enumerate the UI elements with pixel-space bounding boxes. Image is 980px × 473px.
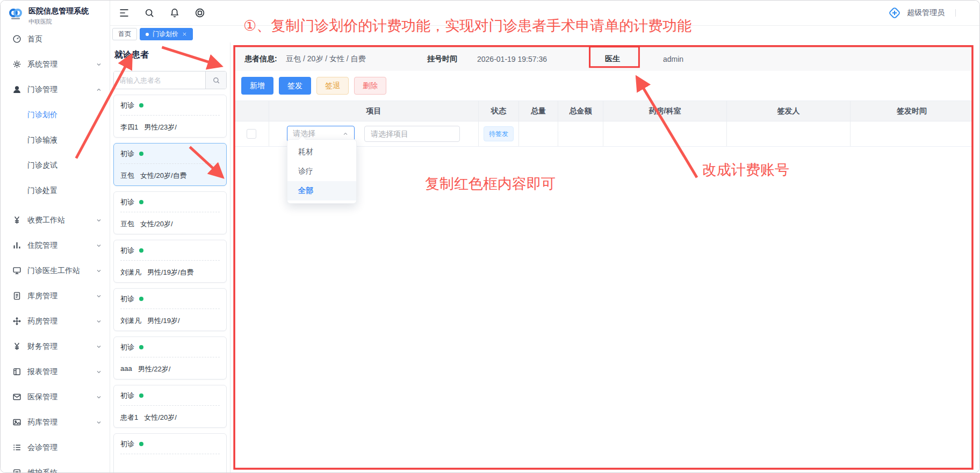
- sidebar-item-home[interactable]: 首页: [1, 26, 110, 52]
- topbar: 超级管理员: [110, 1, 979, 26]
- patient-info: 女性/20岁/: [140, 219, 173, 229]
- doctor-value: admin: [663, 55, 683, 63]
- cell-total: [519, 121, 558, 146]
- sidebar-item-finance-mgmt[interactable]: 财务管理: [1, 334, 110, 359]
- close-tab-icon[interactable]: [182, 32, 187, 37]
- chevron-down-icon: [96, 217, 102, 224]
- active-dot-icon: [146, 33, 149, 36]
- sidebar-item-maintenance[interactable]: 维护系统: [1, 460, 110, 473]
- sidebar-item-inpatient-mgmt[interactable]: 住院管理: [1, 233, 110, 258]
- sidebar-item-outpatient-doctor-station[interactable]: 门诊医生工作站: [1, 258, 110, 283]
- picture-icon: [12, 418, 21, 427]
- patient-name: 李四1: [120, 123, 138, 132]
- chevron-down-icon: [96, 268, 102, 274]
- patient-info: 女性/20岁/自费: [140, 171, 187, 181]
- status-badge: 待签发: [484, 126, 514, 141]
- yen-icon: [12, 342, 21, 351]
- sidebar-item-insurance-mgmt[interactable]: 医保管理: [1, 384, 110, 410]
- sidebar-item-charging-station[interactable]: 收费工作站: [1, 207, 110, 233]
- chevron-down-icon: [96, 419, 102, 426]
- app-logo: 医院信息管理系统 中联医院: [1, 1, 110, 26]
- dropdown-option-consumables[interactable]: 耗材: [287, 142, 356, 162]
- tab-outpatient-pricing[interactable]: 门诊划价: [140, 28, 193, 40]
- patient-card-selected[interactable]: 初诊 豆包女性/20岁/自费: [113, 143, 227, 186]
- logo-infinity-icon: [8, 6, 23, 22]
- chevron-down-icon: [96, 394, 102, 400]
- document-icon: [12, 291, 21, 300]
- sidebar-item-pharmacy-mgmt[interactable]: 药房管理: [1, 309, 110, 334]
- issue-button[interactable]: 签发: [279, 77, 311, 95]
- patient-card[interactable]: 初诊 李四1男性/23岁/: [113, 95, 227, 138]
- column-issuer: 签发人: [727, 101, 851, 121]
- envelope-icon: [12, 392, 21, 402]
- column-item: 项目: [269, 101, 479, 121]
- sidebar-item-outpatient-disposal[interactable]: 门诊处置: [1, 178, 110, 203]
- cell-issuer: [727, 121, 851, 146]
- registration-time-label: 挂号时间: [427, 54, 457, 64]
- registration-time-value: 2026-01-19 19:57:36: [477, 55, 547, 63]
- patient-name: 豆包: [120, 219, 134, 229]
- patient-search-button[interactable]: [205, 71, 226, 89]
- sidebar-item-outpatient-infusion[interactable]: 门诊输液: [1, 127, 110, 153]
- patient-name: aaa: [120, 364, 132, 374]
- dashboard-icon: [12, 34, 21, 44]
- chevron-down-icon: [96, 343, 102, 350]
- item-type-dropdown: 耗材 诊疗 全部: [287, 139, 357, 204]
- gear-icon: [12, 60, 21, 69]
- sidebar-item-report-mgmt[interactable]: 报表管理: [1, 359, 110, 384]
- patient-card[interactable]: 初诊 刘潇凡男性/19岁/: [113, 288, 227, 331]
- status-dot-icon: [139, 442, 143, 446]
- collapse-sidebar-icon[interactable]: [119, 8, 129, 18]
- search-icon[interactable]: [144, 8, 155, 18]
- chevron-down-icon: [96, 293, 102, 299]
- status-dot-icon: [139, 248, 143, 253]
- patient-card[interactable]: 初诊 刘潇凡男性/19岁/自费: [113, 240, 227, 283]
- patient-search-input[interactable]: [114, 71, 205, 89]
- sidebar: 医院信息管理系统 中联医院 首页 系统管理 门诊管理 门诊划价 门诊输液: [1, 1, 110, 472]
- revoke-button[interactable]: 签退: [316, 77, 349, 95]
- list-icon: [12, 443, 21, 452]
- row-checkbox[interactable]: [247, 129, 256, 139]
- patient-name: 刘潇凡: [120, 316, 141, 326]
- patient-card[interactable]: 初诊 患者1女性/20岁/: [113, 385, 227, 428]
- patient-card[interactable]: 初诊: [113, 433, 227, 472]
- patient-card[interactable]: 初诊 豆包女性/20岁/: [113, 191, 227, 234]
- doctor-label: 医生: [605, 54, 620, 64]
- status-dot-icon: [139, 297, 143, 301]
- user-role-label[interactable]: 超级管理员: [907, 8, 945, 18]
- outpatient-submenu: 门诊划价 门诊输液 门诊皮试 门诊处置: [1, 102, 110, 203]
- patient-info-bar: 患者信息: 豆包 / 20岁 / 女性 / 自费 挂号时间 2026-01-19…: [234, 47, 973, 71]
- main-content: 患者信息: 豆包 / 20岁 / 女性 / 自费 挂号时间 2026-01-19…: [230, 42, 979, 472]
- column-dept: 药房/科室: [603, 101, 727, 121]
- patient-info: 男性/23岁/: [144, 123, 177, 132]
- item-search-input[interactable]: [364, 126, 460, 142]
- bell-icon[interactable]: [169, 8, 180, 18]
- patient-card[interactable]: 初诊 aaa男性/22岁/: [113, 336, 227, 379]
- chevron-down-icon: [96, 242, 102, 249]
- sidebar-item-drugstore-mgmt[interactable]: 药库管理: [1, 410, 110, 435]
- patient-card-list: 初诊 李四1男性/23岁/ 初诊 豆包女性/20岁/自费 初诊 豆包女性/20岁…: [113, 95, 227, 472]
- bar-chart-icon: [12, 241, 21, 250]
- dropdown-option-treatment[interactable]: 诊疗: [287, 162, 356, 181]
- status-dot-icon: [139, 345, 143, 349]
- chevron-down-icon: [96, 369, 102, 375]
- dropdown-option-all[interactable]: 全部: [287, 181, 356, 200]
- sidebar-item-consultation-mgmt[interactable]: 会诊管理: [1, 435, 110, 460]
- column-total: 总量: [519, 101, 558, 121]
- sidebar-item-outpatient-mgmt[interactable]: 门诊管理: [1, 77, 110, 102]
- cell-issue-time: [851, 121, 973, 146]
- sidebar-item-warehouse-mgmt[interactable]: 库房管理: [1, 283, 110, 309]
- sidebar-item-system-mgmt[interactable]: 系统管理: [1, 52, 110, 77]
- sidebar-item-outpatient-skin-test[interactable]: 门诊皮试: [1, 153, 110, 178]
- patient-panel: 就诊患者 初诊 李四1男性/23岁/ 初诊 豆包女性/20岁/自费 初诊 豆包女…: [110, 42, 230, 472]
- sidebar-item-outpatient-pricing[interactable]: 门诊划价: [1, 102, 110, 127]
- tab-home[interactable]: 首页: [112, 28, 137, 40]
- table-header-row: 项目 状态 总量 总金额 药房/科室 签发人 签发时间: [234, 101, 973, 121]
- patient-name: 患者1: [120, 413, 138, 422]
- add-button[interactable]: 新增: [241, 77, 273, 95]
- patient-info: 男性/19岁/: [147, 316, 180, 326]
- theme-settings-icon[interactable]: [194, 8, 205, 18]
- app-title: 医院信息管理系统: [28, 6, 89, 16]
- delete-button[interactable]: 删除: [354, 77, 386, 95]
- medical-cross-icon: [888, 6, 902, 20]
